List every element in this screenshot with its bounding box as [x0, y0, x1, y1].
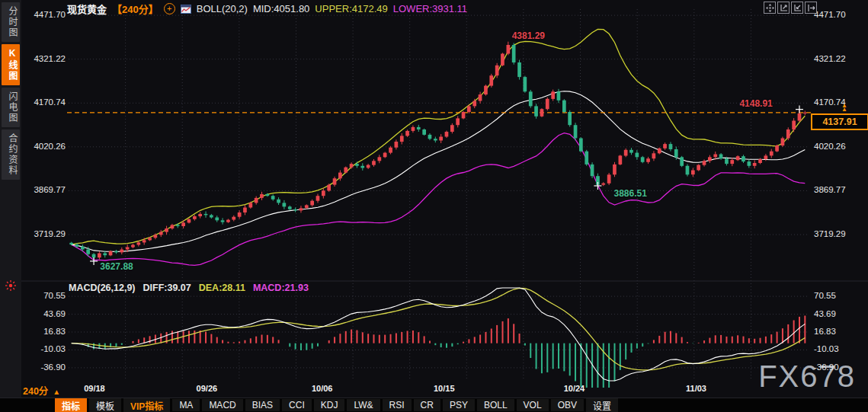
indicator-chart-icon[interactable] [181, 5, 191, 14]
period-selector[interactable]: 240分▲ [23, 383, 60, 398]
toolbar-item-4[interactable]: MACD [202, 399, 242, 411]
current-price-value: 4137.91 [822, 117, 857, 127]
chart-tool-buttons [764, 2, 817, 14]
period-label: 240分 [23, 386, 48, 397]
sidebar-tab-2[interactable]: 闪电图 [2, 88, 20, 127]
chart-header: 现货黄金 【240分】 + BOLL(20,2) MID:4051.80 UPP… [67, 2, 467, 16]
macd-macd-value: MACD:21.93 [253, 283, 309, 293]
sidebar-tab-0[interactable]: 分时图 [2, 2, 20, 42]
toolbar-item-2[interactable]: VIP指标 [123, 398, 170, 412]
toolbar-item-13[interactable]: VOL [517, 399, 549, 411]
toolbar-item-1[interactable]: 模板 [89, 398, 121, 412]
watermark: FX678 [758, 359, 856, 394]
macd-params-label: MACD(26,12,9) [69, 283, 136, 293]
toolbar-item-5[interactable]: BIAS [245, 399, 280, 411]
sidebar-tab-1[interactable]: K线图 [2, 44, 20, 85]
hot-marker-icon [5, 279, 17, 292]
toolbar-item-9[interactable]: RSI [383, 399, 412, 411]
boll-upper-value: UPPER:4172.49 [315, 3, 387, 14]
boll-lower-value: LOWER:3931.11 [393, 3, 467, 14]
toolbar-item-10[interactable]: CR [414, 399, 440, 411]
price-up-arrow-icon: ▲▲ [841, 104, 847, 111]
toolbar-item-7[interactable]: KDJ [314, 399, 345, 411]
indicator-toolbar: 指标模板VIP指标MAMACDBIASCCIKDJLW&RSICRPSYBOLL… [0, 398, 868, 412]
toolbar-item-15[interactable]: 设置 [586, 398, 618, 412]
add-compare-icon[interactable]: + [164, 3, 175, 14]
period-arrow-icon: ▲ [53, 388, 60, 396]
pan-right-icon[interactable] [805, 2, 817, 14]
toolbar-item-3[interactable]: MA [172, 399, 200, 411]
symbol-name: 现货黄金 [67, 2, 107, 16]
zoom-in-axis-icon[interactable] [777, 2, 790, 14]
toolbar-item-6[interactable]: CCI [282, 399, 312, 411]
macd-header: MACD(26,12,9) DIFF:39.07 DEA:28.11 MACD:… [69, 283, 309, 293]
macd-diff-value: DIFF:39.07 [143, 283, 191, 293]
toolbar-item-12[interactable]: BOLL [477, 399, 514, 411]
toolbar-item-8[interactable]: LW& [347, 399, 380, 411]
period-badge: 【240分】 [112, 2, 159, 16]
macd-dea-value: DEA:28.11 [199, 283, 245, 293]
sidebar: 分时图K线图闪电图合约资料 [0, 0, 21, 412]
toolbar-item-11[interactable]: PSY [443, 399, 475, 411]
zoom-out-axis-icon[interactable] [791, 2, 803, 14]
move-chart-icon[interactable] [764, 2, 776, 14]
toolbar-item-0[interactable]: 指标 [55, 398, 87, 412]
sidebar-tab-3[interactable]: 合约资料 [2, 129, 20, 180]
kline-app: 分时图K线图闪电图合约资料 现货黄金 【240分】 + BOLL(20,2) M… [0, 0, 868, 412]
boll-indicator-label: BOLL(20,2) [197, 3, 248, 14]
current-price-tag: 4137.91 [811, 113, 868, 130]
sidebar-tabs: 分时图K线图闪电图合约资料 [0, 2, 21, 180]
boll-mid-value: MID:4051.80 [253, 3, 309, 14]
toolbar-item-14[interactable]: OBV [551, 399, 584, 411]
kline-chart-canvas[interactable] [0, 0, 868, 412]
